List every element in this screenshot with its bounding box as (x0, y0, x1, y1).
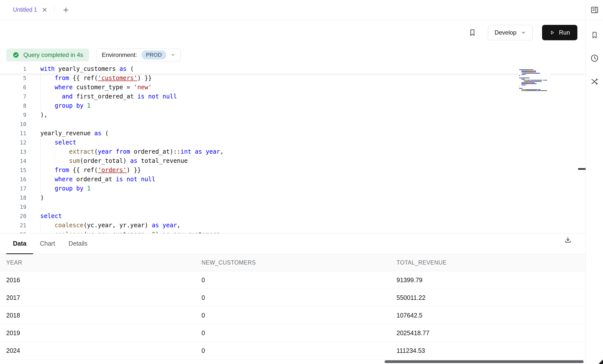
code-text: and first_ordered_at is not null (40, 92, 177, 101)
develop-dropdown[interactable]: Develop (488, 25, 533, 40)
table-body: 2016091399.7920170550011.2220180107642.5… (0, 271, 586, 360)
new-tab-button[interactable] (61, 5, 71, 15)
line-number: 15 (0, 166, 26, 175)
results-tab-data[interactable]: Data (6, 233, 33, 254)
code-text: select (40, 138, 76, 147)
scrollbar-decoration[interactable] (578, 168, 586, 170)
check-circle-icon (12, 51, 20, 59)
code-line[interactable]: 13 extract(year from ordered_at)::int as… (0, 147, 586, 156)
code-line[interactable]: 5 from {{ ref('customers') }} (0, 74, 586, 83)
code-text: ), (40, 110, 48, 120)
right-sidebar (586, 0, 603, 364)
table-cell: 0 (201, 329, 397, 337)
table-row[interactable]: 201902025418.77 (0, 324, 586, 342)
code-line[interactable]: 1with yearly_customers as ( (0, 64, 586, 74)
line-number: 1 (0, 64, 26, 74)
line-number: 20 (0, 212, 26, 221)
code-text: with yearly_customers as ( (40, 64, 134, 74)
line-number: 8 (0, 101, 26, 110)
table-cell: 107642.5 (397, 312, 586, 319)
code-line[interactable]: 17 group by 1 (0, 184, 586, 193)
line-number: 18 (0, 193, 26, 202)
lineage-icon[interactable] (590, 77, 599, 86)
line-number: 5 (0, 74, 26, 83)
line-number: 10 (0, 120, 26, 129)
history-clock-icon[interactable] (590, 54, 599, 63)
tab-untitled-1[interactable]: Untitled 1 (0, 0, 54, 20)
table-row[interactable]: 20180107642.5 (0, 307, 586, 324)
line-number: 6 (0, 83, 26, 92)
code-line[interactable]: 7 and first_ordered_at is not null (0, 92, 586, 101)
run-button[interactable]: Run (542, 25, 577, 40)
code-line[interactable]: 6 where customer_type = 'new' (0, 83, 586, 92)
code-line[interactable]: 21 coalesce(yc.year, yr.year) as year, (0, 221, 586, 230)
code-line[interactable]: 8 group by 1 (0, 101, 586, 110)
results-tabs: DataChartDetails (0, 233, 586, 254)
code-line[interactable]: 22 coalesce(yc.new_customers, 0) as new_… (0, 230, 586, 233)
code-line[interactable]: 9), (0, 110, 586, 120)
code-text: extract(year from ordered_at)::int as ye… (40, 147, 224, 156)
horizontal-scrollbar[interactable] (385, 360, 584, 363)
minimap[interactable] (519, 69, 550, 91)
table-cell: 0 (201, 347, 397, 354)
sidebar-top (586, 0, 603, 20)
table-cell: 2016 (6, 276, 201, 284)
bookmark-button[interactable] (468, 28, 476, 37)
code-text: coalesce(yc.new_customers, 0) as new_cus… (40, 230, 224, 233)
table-cell: 2019 (6, 329, 201, 337)
code-text: from {{ ref('customers') }} (40, 74, 152, 83)
line-number: 13 (0, 147, 26, 156)
column-header: YEAR (6, 259, 201, 266)
code-text: from {{ ref('orders') }} (40, 166, 141, 175)
line-number: 11 (0, 129, 26, 138)
table-header-row: YEARNEW_CUSTOMERSTOTAL_REVENUE (0, 254, 586, 271)
download-button[interactable] (564, 236, 572, 244)
table-row[interactable]: 2016091399.79 (0, 271, 586, 289)
close-icon[interactable] (43, 8, 47, 12)
resize-corner[interactable] (599, 360, 603, 364)
table-cell: 0 (201, 294, 397, 301)
query-status-text: Query completed in 4s (23, 51, 83, 58)
line-number: 9 (0, 110, 26, 120)
table-cell: 0 (201, 312, 397, 319)
results-tab-details[interactable]: Details (62, 233, 94, 254)
bookmark-icon[interactable] (591, 31, 599, 39)
code-line[interactable]: 10 (0, 120, 586, 129)
line-number: 19 (0, 202, 26, 212)
line-number: 22 (0, 230, 26, 233)
line-number: 16 (0, 175, 26, 184)
table-row[interactable]: 20170550011.22 (0, 289, 586, 307)
code-text: coalesce(yc.year, yr.year) as year, (40, 221, 181, 230)
table-cell: 91399.79 (397, 276, 586, 284)
code-line[interactable]: 12 select (0, 138, 586, 147)
code-line[interactable]: 18) (0, 193, 586, 202)
results-tab-chart[interactable]: Chart (33, 233, 62, 254)
panel-list-icon[interactable] (590, 5, 599, 14)
code-line[interactable]: 15 from {{ ref('orders') }} (0, 166, 586, 175)
table-cell: 2025418.77 (397, 329, 586, 337)
code-line[interactable]: 11yearly_revenue as ( (0, 129, 586, 138)
code-line[interactable]: 19 (0, 202, 586, 212)
main-panel: Untitled 1 Devel (0, 0, 586, 364)
code-text: sum(order_total) as total_revenue (40, 156, 188, 166)
develop-label: Develop (495, 29, 516, 36)
code-text: select (40, 212, 62, 221)
code-line[interactable]: 16 where ordered_at is not null (0, 175, 586, 184)
environment-badge: PROD (142, 50, 166, 59)
code-line[interactable]: 20select (0, 212, 586, 221)
query-status-pill: Query completed in 4s (6, 48, 89, 61)
results-panel: DataChartDetails YEARNEW_CUSTOMERSTOTAL_… (0, 233, 586, 364)
environment-selector[interactable]: Environment: PROD (97, 48, 181, 61)
editor-sticky[interactable]: 1with yearly_customers as ( (0, 64, 586, 74)
tab-label: Untitled 1 (13, 6, 37, 13)
code-editor[interactable]: 1with yearly_customers as ( 5 from {{ re… (0, 64, 586, 233)
table-row[interactable]: 20240111234.53 (0, 342, 586, 360)
tab-bar: Untitled 1 (0, 0, 586, 20)
table-cell: 0 (201, 276, 397, 284)
line-number: 7 (0, 92, 26, 101)
environment-label: Environment: (102, 51, 137, 58)
code-line[interactable]: 14 sum(order_total) as total_revenue (0, 156, 586, 166)
toolbar: Develop Run (0, 20, 586, 45)
code-text: yearly_revenue as ( (40, 129, 109, 138)
code-lines: 5 from {{ ref('customers') }}6 where cus… (0, 74, 586, 233)
